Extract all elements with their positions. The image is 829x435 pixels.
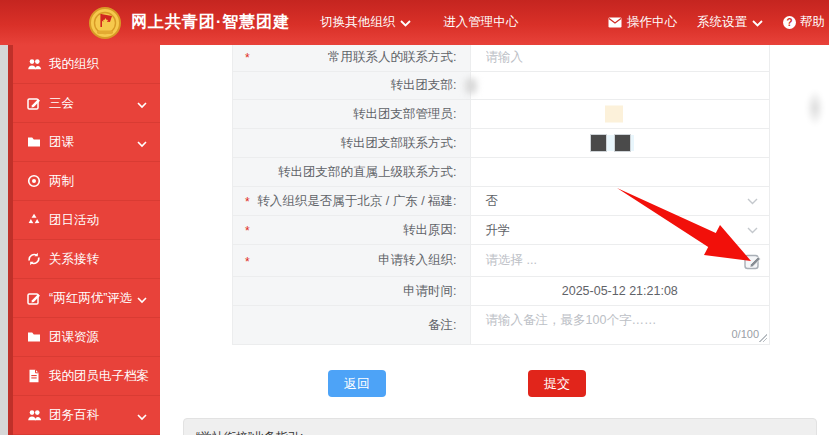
- field-value-cell: [471, 100, 769, 128]
- required-asterisk: *: [245, 224, 250, 238]
- form-row-region-question: * 转入组织是否属于北京 / 广东 / 福建: 否: [233, 187, 769, 216]
- field-label: 转出团支部的直属上级联系方式:: [278, 164, 456, 181]
- chevron-down-icon: [747, 194, 758, 208]
- redacted-value: [465, 78, 477, 94]
- sidebar-item-member-archive[interactable]: 我的团员电子档案: [13, 357, 160, 396]
- required-asterisk: *: [245, 195, 250, 209]
- field-label: 转出团支部联系方式:: [341, 135, 457, 152]
- sidebar-item-my-organization[interactable]: 我的组织: [13, 45, 160, 84]
- form-row-out-branch: 转出团支部:: [233, 72, 769, 100]
- chevron-down-icon: [137, 98, 147, 112]
- remark-placeholder: 请输入备注，最多100个字……: [486, 312, 657, 329]
- field-label: 转出团支部管理员:: [353, 106, 456, 123]
- chevron-down-icon: [400, 16, 411, 30]
- field-value-cell: [471, 43, 769, 71]
- field-label-cell: 转出团支部联系方式:: [233, 129, 471, 157]
- field-label: 申请时间:: [403, 283, 456, 300]
- form-row-apply-time: 申请时间: 2025-05-12 21:21:08: [233, 277, 769, 306]
- sidebar-item-label: “两红两优”评选: [49, 290, 132, 307]
- scroll-shadow: [806, 90, 824, 126]
- field-label: 转入组织是否属于北京 / 广东 / 福建:: [257, 193, 456, 210]
- field-value-cell: [471, 129, 769, 157]
- field-label: 转出团支部:: [391, 77, 457, 94]
- sidebar-item-label: 我的团员电子档案: [49, 368, 149, 385]
- operation-center-label: 操作中心: [627, 14, 677, 31]
- field-label-cell: 转出团支部:: [233, 72, 471, 99]
- sidebar-item-label: 关系接转: [49, 251, 99, 268]
- sidebar-item-relationship-transfer[interactable]: 关系接转: [13, 240, 160, 279]
- sidebar-item-label: 团课: [49, 134, 74, 151]
- system-settings-link[interactable]: 系统设置: [697, 14, 763, 31]
- contact-method-input[interactable]: [486, 50, 726, 64]
- system-settings-label: 系统设置: [697, 14, 747, 31]
- folder-icon: [27, 330, 42, 345]
- transfer-application-form: * 常用联系人的联系方式: 转出团支部: 转出团支部管理员:: [232, 43, 770, 345]
- sidebar-item-league-courses[interactable]: 团课: [13, 123, 160, 162]
- field-label: 申请转入组织:: [378, 252, 456, 269]
- field-value-cell: 请选择 ...: [471, 245, 769, 276]
- edit-organization-button[interactable]: [743, 251, 763, 271]
- field-label-cell: * 转入组织是否属于北京 / 广东 / 福建:: [233, 187, 471, 215]
- reason-select[interactable]: 升学: [471, 216, 769, 244]
- chevron-down-icon: [137, 137, 147, 151]
- guide-title: “学社衔接”业务指引:: [196, 429, 804, 435]
- redacted-value: [591, 135, 634, 151]
- page-left-gutter: [0, 45, 8, 435]
- field-label-cell: * 常用联系人的联系方式:: [233, 43, 471, 71]
- sidebar-item-label: 团课资源: [49, 329, 99, 346]
- folder-icon: [27, 135, 42, 150]
- field-label: 常用联系人的联系方式:: [328, 49, 456, 66]
- help-link[interactable]: ? 帮助: [783, 14, 825, 31]
- sidebar-item-three-meetings[interactable]: 三会: [13, 84, 160, 123]
- picker-placeholder: 请选择 ...: [486, 252, 537, 269]
- form-row-out-branch-contact: 转出团支部联系方式:: [233, 129, 769, 158]
- question-icon: ?: [783, 16, 796, 29]
- recycle-icon: [27, 213, 42, 228]
- field-label-cell: 转出团支部管理员:: [233, 100, 471, 128]
- resize-handle[interactable]: [759, 334, 767, 342]
- region-select[interactable]: 否: [471, 187, 769, 215]
- switch-org-link[interactable]: 切换其他组织: [320, 14, 411, 31]
- sidebar-item-league-day-activities[interactable]: 团日活动: [13, 201, 160, 240]
- form-row-out-branch-admin: 转出团支部管理员:: [233, 100, 769, 129]
- header-right-group: 操作中心 系统设置 ? 帮助: [588, 14, 825, 31]
- enter-admin-link[interactable]: 进入管理中心: [443, 14, 518, 31]
- chevron-down-icon: [747, 223, 758, 237]
- remark-textarea[interactable]: 请输入备注，最多100个字…… 0/100: [471, 306, 769, 344]
- chevron-down-icon: [137, 410, 147, 424]
- envelope-icon: [608, 17, 622, 28]
- field-label-cell: 转出团支部的直属上级联系方式:: [233, 158, 471, 186]
- field-label-cell: 申请时间:: [233, 277, 471, 305]
- required-asterisk: *: [245, 254, 250, 268]
- switch-org-label: 切换其他组织: [320, 14, 395, 31]
- users-icon: [27, 408, 42, 423]
- enter-admin-label: 进入管理中心: [443, 14, 518, 31]
- field-label: 备注:: [428, 317, 456, 334]
- compose-icon: [27, 291, 42, 306]
- league-logo: [88, 6, 122, 40]
- timestamp: 2025-05-12 21:21:08: [562, 284, 678, 298]
- char-counter: 0/100: [731, 328, 759, 340]
- form-row-remark: 备注: 请输入备注，最多100个字…… 0/100: [233, 306, 769, 345]
- submit-button[interactable]: 提交: [528, 370, 586, 397]
- compose-icon: [27, 96, 42, 111]
- field-value-cell: [471, 72, 769, 99]
- sidebar-item-two-red-two-excellent[interactable]: “两红两优”评选: [13, 279, 160, 318]
- sidebar-item-two-systems[interactable]: 两制: [13, 162, 160, 201]
- field-label-cell: * 申请转入组织:: [233, 245, 471, 276]
- select-value: 升学: [486, 222, 511, 239]
- sidebar-item-label: 团务百科: [49, 407, 99, 424]
- back-button[interactable]: 返回: [328, 370, 386, 397]
- required-asterisk: *: [245, 51, 250, 65]
- form-row-superior-contact: 转出团支部的直属上级联系方式:: [233, 158, 769, 187]
- operation-center-link[interactable]: 操作中心: [608, 14, 677, 31]
- form-row-target-organization: * 申请转入组织: 请选择 ...: [233, 245, 769, 277]
- apply-time-value: 2025-05-12 21:21:08: [471, 277, 769, 305]
- main-content: * 常用联系人的联系方式: 转出团支部: 转出团支部管理员:: [160, 45, 829, 435]
- sidebar-item-league-encyclopedia[interactable]: 团务百科: [13, 396, 160, 435]
- transfer-icon: [27, 252, 42, 267]
- chevron-down-icon: [137, 293, 147, 307]
- select-value: 否: [486, 193, 499, 210]
- sidebar-item-course-resources[interactable]: 团课资源: [13, 318, 160, 357]
- sidebar-item-label: 我的组织: [49, 56, 99, 73]
